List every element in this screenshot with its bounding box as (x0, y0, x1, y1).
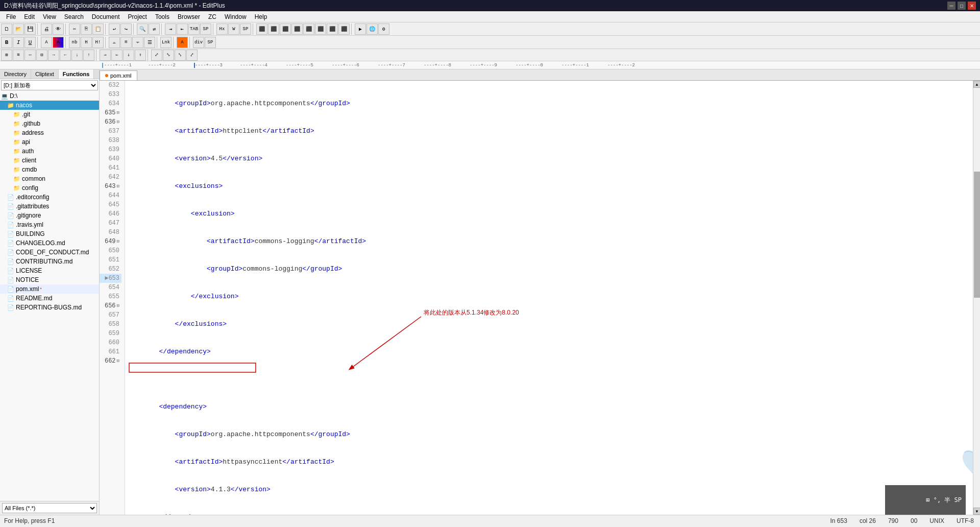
tree-item-gitattributes[interactable]: 📄 .gitattributes (0, 202, 99, 211)
link-btn[interactable]: Lnk (160, 37, 172, 48)
extra7[interactable]: ↓ (71, 50, 83, 61)
marker3[interactable]: ⬛ (280, 23, 291, 35)
line-649[interactable]: 649⊟ (100, 237, 121, 246)
scroll-thumb[interactable] (974, 172, 980, 298)
scroll-down-button[interactable]: ▼ (973, 508, 980, 515)
menu-file[interactable]: File (2, 12, 20, 21)
word-wrap[interactable]: W (228, 23, 239, 35)
marker4[interactable]: ⬛ (291, 23, 303, 35)
indent-button[interactable]: ⇥ (165, 23, 176, 35)
paste-button[interactable]: 📋 (92, 23, 104, 35)
scroll-track[interactable] (973, 88, 980, 508)
line-636[interactable]: 636⊟ (100, 117, 121, 127)
tree-item-api[interactable]: 📁 api (0, 137, 99, 147)
marker6[interactable]: ⬛ (315, 23, 326, 35)
tree-item-nacos[interactable]: 📁 nacos (0, 101, 99, 110)
tab-cliptext[interactable]: Cliptext (31, 69, 59, 79)
space-button[interactable]: SP (200, 23, 211, 35)
tab-button[interactable]: TAB (188, 23, 200, 35)
tab-directory[interactable]: Directory (0, 69, 31, 79)
tree-item-address[interactable]: 📁 address (0, 128, 99, 137)
copy-button[interactable]: ⎘ (81, 23, 92, 35)
tree-item-license[interactable]: 📄 LICENSE (0, 266, 99, 275)
div-btn[interactable]: div (193, 37, 204, 48)
tree-item-cmdb[interactable]: 📁 cmdb (0, 165, 99, 174)
preview-button[interactable]: 👁 (53, 23, 64, 35)
menu-help[interactable]: Help (251, 12, 272, 21)
save-button[interactable]: 💾 (24, 23, 36, 35)
line-635[interactable]: 635⊟ (100, 108, 121, 117)
tree-item-contributing[interactable]: 📄 CONTRIBUTING.md (0, 257, 99, 266)
sp-btn2[interactable]: SP (205, 37, 216, 48)
h-btn[interactable]: H (81, 37, 92, 48)
extra3[interactable]: ↔ (24, 50, 36, 61)
menu-edit[interactable]: Edit (20, 12, 39, 21)
extra10[interactable]: ⇐ (111, 50, 122, 61)
config-button[interactable]: ⚙ (378, 23, 389, 35)
extra16[interactable]: ⤤ (186, 50, 198, 61)
tree-item-client[interactable]: 📁 client (0, 156, 99, 165)
fg-color[interactable]: A (177, 37, 188, 48)
tree-item-config[interactable]: 📁 config (0, 183, 99, 193)
directory-combo[interactable]: [D:] 新加卷 (1, 80, 98, 90)
print-button[interactable]: 🖨 (41, 23, 52, 35)
tree-item-readme[interactable]: 📄 README.md (0, 294, 99, 303)
tree-item-coc[interactable]: 📄 CODE_OF_CONDUCT.md (0, 248, 99, 257)
tree-item-auth[interactable]: 📁 auth (0, 147, 99, 156)
tree-item-notice[interactable]: 📄 NOTICE (0, 275, 99, 284)
marker8[interactable]: ⬛ (338, 23, 350, 35)
extra12[interactable]: ⇑ (135, 50, 146, 61)
nb-btn[interactable]: nb (69, 37, 80, 48)
new-button[interactable]: 🗋 (1, 23, 12, 35)
tab-functions[interactable]: Functions (59, 69, 94, 79)
align-left[interactable]: ⫠ (109, 37, 120, 48)
tree-item-changelog[interactable]: 📄 CHANGELOG.md (0, 238, 99, 248)
extra2[interactable]: ≋ (13, 50, 24, 61)
align-justify[interactable]: ☰ (144, 37, 155, 48)
extra15[interactable]: ⤣ (175, 50, 186, 61)
find-button[interactable]: 🔍 (137, 23, 148, 35)
run-button[interactable]: ▶ (355, 23, 366, 35)
tree-item-editorconfig[interactable]: 📄 .editorconfig (0, 193, 99, 202)
browser-button[interactable]: 🌐 (366, 23, 378, 35)
color-btn[interactable]: A (53, 37, 64, 48)
bold-button[interactable]: B (1, 37, 12, 48)
cut-button[interactable]: ✂ (69, 23, 80, 35)
replace-button[interactable]: ⇄ (149, 23, 160, 35)
menu-document[interactable]: Document (88, 12, 124, 21)
tree-item-git[interactable]: 📁 .git (0, 110, 99, 119)
tree-item-pom[interactable]: 📄 pom.xml * (0, 284, 99, 294)
menu-window[interactable]: Window (220, 12, 251, 21)
extra14[interactable]: ⤡ (163, 50, 174, 61)
redo-button[interactable]: ↪ (120, 23, 132, 35)
maximize-button[interactable]: □ (958, 2, 966, 10)
line-662[interactable]: 662⊟ (100, 356, 121, 366)
font-btn[interactable]: A (41, 37, 52, 48)
hex-button[interactable]: Hx (216, 23, 228, 35)
menu-view[interactable]: View (39, 12, 60, 21)
marker2[interactable]: ⬛ (268, 23, 279, 35)
line-643[interactable]: 643⊟ (100, 182, 121, 191)
marker7[interactable]: ⬛ (327, 23, 338, 35)
align-center[interactable]: ≡ (120, 37, 132, 48)
outdent-button[interactable]: ⇤ (177, 23, 188, 35)
undo-button[interactable]: ↩ (109, 23, 120, 35)
tree-item-reporting[interactable]: 📄 REPORTING-BUGS.md (0, 303, 99, 312)
tree-item-travis[interactable]: 📄 .travis.yml (0, 220, 99, 229)
tree-item-building[interactable]: 📄 BUILDING (0, 229, 99, 238)
tree-item-gitignore[interactable]: 📄 .gitignore (0, 211, 99, 220)
menu-browser[interactable]: Browser (174, 12, 204, 21)
marker1[interactable]: ⬛ (256, 23, 267, 35)
extra9[interactable]: ⇒ (100, 50, 111, 61)
tree-item-drive[interactable]: 💻 D:\ (0, 91, 99, 101)
extra5[interactable]: → (48, 50, 59, 61)
close-button[interactable]: ✕ (968, 2, 976, 10)
editor-tab-pom[interactable]: pom.xml (100, 70, 137, 80)
minimize-button[interactable]: ─ (947, 2, 955, 10)
italic-button[interactable]: I (13, 37, 24, 48)
extra8[interactable]: ↑ (83, 50, 94, 61)
scroll-up-button[interactable]: ▲ (973, 81, 980, 88)
tree-item-github[interactable]: 📁 .github (0, 119, 99, 128)
extra1[interactable]: ⊞ (1, 50, 12, 61)
align-right[interactable]: ⫟ (132, 37, 143, 48)
